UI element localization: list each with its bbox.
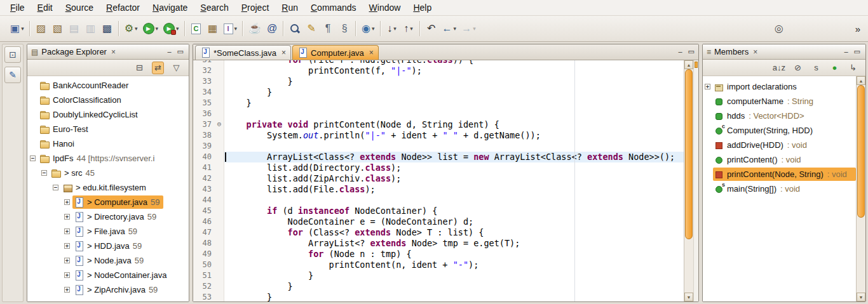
expand-icon[interactable]: + [64, 214, 70, 220]
expand-icon[interactable]: + [64, 272, 70, 278]
fast-view-editor-button[interactable]: ✎ [4, 67, 21, 83]
code-editor[interactable]: 31 for (File f : hdd.get(File.class)) {3… [193, 60, 698, 301]
code-line-36[interactable]: 36 [193, 109, 684, 119]
minimize-view-button[interactable] [167, 48, 171, 56]
expand-icon[interactable]: + [64, 199, 70, 205]
view-menu-button[interactable]: ▽ [170, 62, 182, 74]
tree-item-file-java[interactable]: +> File.java 59 [27, 224, 189, 239]
open-element-button[interactable]: ▧ [50, 20, 65, 37]
menu-file[interactable]: File [4, 0, 31, 15]
close-view-icon[interactable] [111, 48, 116, 56]
code-line-48[interactable]: 48 ArrayList<? extends Node> tmp = e.get… [193, 238, 684, 249]
new-class-button[interactable]: C [189, 20, 204, 37]
menu-help[interactable]: Help [407, 0, 438, 15]
hide-fields-button[interactable]: ⊘ [792, 62, 804, 74]
scroll-up-button[interactable] [684, 60, 693, 69]
next-annotation-button[interactable]: ↓▾ [384, 20, 400, 37]
code-line-45[interactable]: 45 if (d instanceof NodeContainer) { [193, 206, 684, 216]
tree-item-node-java[interactable]: +> Node.java 59 [27, 253, 189, 268]
member-printcontent[interactable]: printContent() : void [703, 152, 856, 167]
back-button[interactable]: ←▾ [440, 20, 459, 37]
collapse-all-button[interactable]: ⊟ [133, 62, 146, 74]
scroll-up-button[interactable] [857, 76, 865, 85]
pin-editor-button[interactable]: ◎ [771, 20, 787, 37]
code-line-46[interactable]: 46 NodeContainer e = (NodeContainer) d; [193, 216, 684, 227]
mark-occurrences-button[interactable]: ✎ [304, 20, 319, 37]
code-line-41[interactable]: 41 list.add(Directory.class); [193, 162, 684, 173]
tree-item-edu-kit-filesystem[interactable]: −> edu.kit.filesystem [27, 180, 189, 195]
code-line-38[interactable]: 38 System.out.println("|-" + ident + " "… [193, 130, 684, 141]
tree-item-bankaccountreader[interactable]: BankAccountReader [27, 78, 189, 93]
member-computername[interactable]: computerName : String [703, 94, 856, 109]
menu-window[interactable]: Window [363, 0, 407, 15]
new-wizard-button[interactable]: ▣▾ [8, 20, 26, 37]
new-folder-button[interactable]: ▨ [34, 20, 49, 37]
tree-item-colorclassification[interactable]: ColorClassification [27, 93, 189, 107]
code-line-52[interactable]: 52 } [193, 281, 684, 292]
collapse-icon[interactable]: − [53, 185, 58, 190]
debug-button[interactable]: ⚙▾ [123, 20, 140, 37]
code-line-50[interactable]: 50 printContent(n, ident + "-"); [193, 260, 684, 270]
menu-edit[interactable]: Edit [31, 0, 59, 15]
hide-non-public-members-button[interactable]: ● [829, 62, 841, 74]
sort-members-button[interactable]: a↓z [773, 62, 785, 74]
expand-icon[interactable]: + [64, 243, 70, 249]
search-button[interactable] [287, 20, 302, 37]
minimize-view-button[interactable] [844, 48, 848, 56]
code-line-42[interactable]: 42 list.add(ZipArchiv.class); [193, 173, 684, 184]
link-with-editor-button[interactable]: ⇄ [152, 62, 164, 74]
code-line-37[interactable]: 37⊖ private void printContent(Node d, St… [193, 119, 684, 130]
scroll-down-button[interactable] [684, 293, 693, 301]
code-line-32[interactable]: 32 printContent(f, "|-"); [193, 65, 684, 76]
code-line-49[interactable]: 49 for (Node n : tmp) { [193, 249, 684, 260]
javadoc-button[interactable]: @ [264, 20, 280, 37]
members-scrollbar-thumb[interactable] [857, 85, 865, 218]
tree-item-hanoi[interactable]: Hanoi [27, 136, 189, 151]
collapse-icon[interactable]: − [41, 170, 47, 176]
menu-navigate[interactable]: Navigate [146, 0, 194, 15]
close-tab-icon[interactable] [369, 48, 374, 57]
tree-item-doublylinkedcycliclist[interactable]: DoublyLinkedCyclicList [27, 107, 189, 122]
code-line-44[interactable]: 44 [193, 195, 684, 206]
code-line-33[interactable]: 33 } [193, 76, 684, 87]
show-source-button[interactable]: § [337, 20, 352, 37]
fast-view-restore-button[interactable]: ⊡ [4, 46, 21, 63]
last-edit-location-button[interactable]: ↶ [424, 20, 439, 37]
code-line-51[interactable]: 51 } [193, 270, 684, 281]
code-line-53[interactable]: 53 } [193, 292, 684, 301]
show-whitespace-button[interactable]: ¶ [320, 20, 336, 37]
tree-item-ipdfs[interactable]: −IpdFs 44 [https://svnserver.i [27, 151, 189, 166]
new-interface-button[interactable]: I▾ [222, 20, 240, 37]
hide-local-types-button[interactable]: ↳ [847, 62, 859, 74]
menu-project[interactable]: Project [235, 0, 276, 15]
tree-item-nodecontainer-java[interactable]: +> NodeContainer.java [27, 268, 189, 282]
members-scrollbar[interactable] [856, 76, 865, 301]
maximize-editor-button[interactable] [688, 48, 695, 56]
run-button[interactable]: ▶▾ [141, 20, 161, 37]
menu-commands[interactable]: Commands [304, 0, 363, 15]
editor-scrollbar[interactable] [684, 60, 693, 301]
minimize-editor-button[interactable] [678, 48, 682, 56]
code-line-39[interactable]: 39 [193, 141, 684, 152]
tree-item-computer-java[interactable]: +> Computer.java 59 [27, 195, 189, 209]
menu-refactor[interactable]: Refactor [100, 0, 146, 15]
member-hdds[interactable]: hdds : Vector<HDD> [703, 109, 856, 123]
overview-ruler[interactable] [693, 60, 698, 301]
new-package-button[interactable]: ▦ [205, 20, 220, 37]
code-line-40[interactable]: 40 ArrayList<Class<? extends Node>> list… [193, 152, 684, 162]
member-printcontent-node-string[interactable]: printContent(Node, String) : void [703, 167, 856, 182]
menu-search[interactable]: Search [194, 0, 234, 15]
tab-someclass-java[interactable]: *SomeClass.java [195, 45, 291, 60]
build-all-button[interactable]: ▩ [100, 20, 115, 37]
expand-icon[interactable]: + [705, 84, 710, 89]
tree-item-euro-test[interactable]: Euro-Test [27, 122, 189, 136]
web-browser-button[interactable]: ◉▾ [360, 20, 377, 37]
maximize-view-button[interactable] [854, 48, 860, 56]
toolbar-overflow-button[interactable]: » [855, 23, 863, 34]
tree-item-src[interactable]: −> src 45 [27, 166, 189, 180]
tree-item-ziparchiv-java[interactable]: +> ZipArchiv.java 59 [27, 282, 189, 297]
expand-icon[interactable]: + [64, 287, 70, 293]
overview-annotation-marker[interactable] [695, 62, 698, 68]
menu-source[interactable]: Source [59, 0, 100, 15]
code-line-43[interactable]: 43 list.add(File.class); [193, 184, 684, 195]
